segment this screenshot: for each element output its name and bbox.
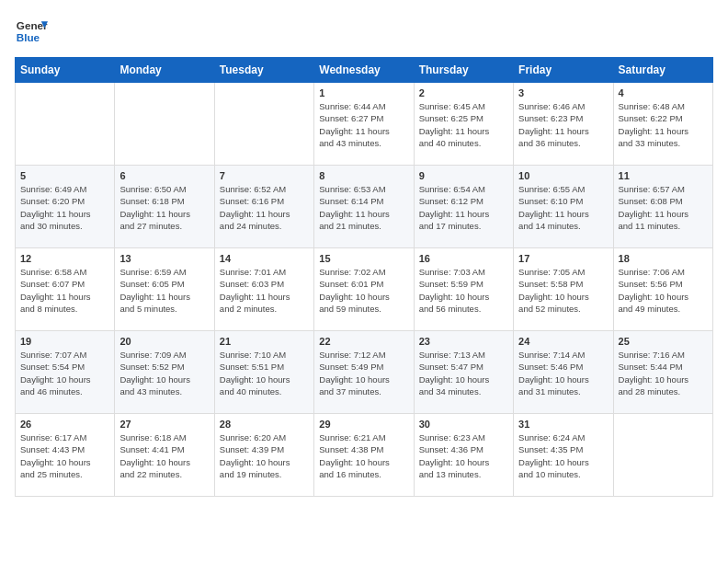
- day-info: Sunrise: 7:07 AM Sunset: 5:54 PM Dayligh…: [20, 349, 109, 397]
- day-info: Sunrise: 7:13 AM Sunset: 5:47 PM Dayligh…: [419, 349, 508, 397]
- day-info: Sunrise: 7:16 AM Sunset: 5:44 PM Dayligh…: [619, 349, 708, 397]
- calendar-cell: [214, 83, 313, 166]
- day-number: 28: [220, 419, 309, 430]
- day-info: Sunrise: 6:59 AM Sunset: 6:05 PM Dayligh…: [119, 266, 209, 315]
- calendar-cell: 23Sunrise: 7:13 AM Sunset: 5:47 PM Dayli…: [414, 331, 513, 414]
- calendar-cell: 26Sunrise: 6:17 AM Sunset: 4:43 PM Dayli…: [16, 414, 115, 497]
- col-header-saturday: Saturday: [613, 58, 712, 83]
- day-number: 16: [419, 253, 508, 264]
- calendar-table: SundayMondayTuesdayWednesdayThursdayFrid…: [15, 57, 713, 497]
- day-number: 11: [619, 170, 708, 181]
- calendar-cell: 27Sunrise: 6:18 AM Sunset: 4:41 PM Dayli…: [115, 414, 214, 497]
- day-info: Sunrise: 6:21 AM Sunset: 4:38 PM Dayligh…: [319, 431, 408, 480]
- calendar-cell: 22Sunrise: 7:12 AM Sunset: 5:49 PM Dayli…: [314, 331, 414, 414]
- calendar-cell: 8Sunrise: 6:53 AM Sunset: 6:14 PM Daylig…: [314, 166, 414, 248]
- calendar-cell: [613, 414, 712, 497]
- day-info: Sunrise: 7:09 AM Sunset: 5:52 PM Dayligh…: [119, 349, 209, 397]
- calendar-cell: 31Sunrise: 6:24 AM Sunset: 4:35 PM Dayli…: [514, 414, 613, 497]
- logo-icon: General Blue: [15, 15, 48, 48]
- col-header-thursday: Thursday: [414, 58, 513, 83]
- col-header-monday: Monday: [115, 58, 214, 83]
- calendar-cell: 9Sunrise: 6:54 AM Sunset: 6:12 PM Daylig…: [414, 166, 513, 248]
- day-info: Sunrise: 6:24 AM Sunset: 4:35 PM Dayligh…: [518, 431, 608, 480]
- day-number: 15: [319, 253, 408, 264]
- day-info: Sunrise: 7:12 AM Sunset: 5:49 PM Dayligh…: [319, 349, 408, 397]
- calendar-header-row: SundayMondayTuesdayWednesdayThursdayFrid…: [16, 58, 713, 83]
- calendar-cell: 16Sunrise: 7:03 AM Sunset: 5:59 PM Dayli…: [414, 248, 513, 331]
- day-number: 8: [319, 170, 408, 181]
- day-info: Sunrise: 6:54 AM Sunset: 6:12 PM Dayligh…: [419, 183, 508, 232]
- col-header-wednesday: Wednesday: [314, 58, 414, 83]
- day-info: Sunrise: 7:06 AM Sunset: 5:56 PM Dayligh…: [619, 266, 708, 315]
- day-info: Sunrise: 6:44 AM Sunset: 6:27 PM Dayligh…: [319, 100, 408, 149]
- calendar-cell: [16, 83, 115, 166]
- day-number: 18: [619, 253, 708, 264]
- day-number: 27: [119, 419, 209, 430]
- calendar-cell: 7Sunrise: 6:52 AM Sunset: 6:16 PM Daylig…: [214, 166, 313, 248]
- day-number: 3: [518, 87, 608, 98]
- day-number: 5: [20, 170, 109, 181]
- calendar-cell: 20Sunrise: 7:09 AM Sunset: 5:52 PM Dayli…: [115, 331, 214, 414]
- calendar-cell: 21Sunrise: 7:10 AM Sunset: 5:51 PM Dayli…: [214, 331, 313, 414]
- day-number: 21: [220, 336, 309, 347]
- day-info: Sunrise: 6:20 AM Sunset: 4:39 PM Dayligh…: [220, 431, 309, 480]
- day-number: 4: [619, 87, 708, 98]
- calendar-cell: 12Sunrise: 6:58 AM Sunset: 6:07 PM Dayli…: [16, 248, 115, 331]
- day-number: 20: [119, 336, 209, 347]
- day-info: Sunrise: 7:03 AM Sunset: 5:59 PM Dayligh…: [419, 266, 508, 315]
- day-number: 9: [419, 170, 508, 181]
- day-number: 2: [419, 87, 508, 98]
- day-info: Sunrise: 7:10 AM Sunset: 5:51 PM Dayligh…: [220, 349, 309, 397]
- day-info: Sunrise: 6:45 AM Sunset: 6:25 PM Dayligh…: [419, 100, 508, 149]
- day-number: 24: [518, 336, 608, 347]
- week-row-2: 5Sunrise: 6:49 AM Sunset: 6:20 PM Daylig…: [16, 166, 713, 248]
- day-number: 23: [419, 336, 508, 347]
- day-info: Sunrise: 6:48 AM Sunset: 6:22 PM Dayligh…: [619, 100, 708, 149]
- week-row-4: 19Sunrise: 7:07 AM Sunset: 5:54 PM Dayli…: [16, 331, 713, 414]
- week-row-1: 1Sunrise: 6:44 AM Sunset: 6:27 PM Daylig…: [16, 83, 713, 166]
- day-number: 29: [319, 419, 408, 430]
- calendar-cell: 2Sunrise: 6:45 AM Sunset: 6:25 PM Daylig…: [414, 83, 513, 166]
- day-number: 6: [119, 170, 209, 181]
- calendar-cell: 1Sunrise: 6:44 AM Sunset: 6:27 PM Daylig…: [314, 83, 414, 166]
- day-number: 31: [518, 419, 608, 430]
- col-header-friday: Friday: [514, 58, 613, 83]
- calendar-cell: 5Sunrise: 6:49 AM Sunset: 6:20 PM Daylig…: [16, 166, 115, 248]
- calendar-cell: 25Sunrise: 7:16 AM Sunset: 5:44 PM Dayli…: [613, 331, 712, 414]
- day-number: 13: [119, 253, 209, 264]
- calendar-cell: 15Sunrise: 7:02 AM Sunset: 6:01 PM Dayli…: [314, 248, 414, 331]
- week-row-5: 26Sunrise: 6:17 AM Sunset: 4:43 PM Dayli…: [16, 414, 713, 497]
- day-info: Sunrise: 6:50 AM Sunset: 6:18 PM Dayligh…: [119, 183, 209, 232]
- calendar-cell: 10Sunrise: 6:55 AM Sunset: 6:10 PM Dayli…: [514, 166, 613, 248]
- calendar-cell: 13Sunrise: 6:59 AM Sunset: 6:05 PM Dayli…: [115, 248, 214, 331]
- day-number: 17: [518, 253, 608, 264]
- day-info: Sunrise: 6:53 AM Sunset: 6:14 PM Dayligh…: [319, 183, 408, 232]
- day-number: 7: [220, 170, 309, 181]
- day-info: Sunrise: 7:02 AM Sunset: 6:01 PM Dayligh…: [319, 266, 408, 315]
- day-info: Sunrise: 6:57 AM Sunset: 6:08 PM Dayligh…: [619, 183, 708, 232]
- logo: General Blue: [15, 15, 48, 48]
- day-info: Sunrise: 6:17 AM Sunset: 4:43 PM Dayligh…: [20, 431, 109, 480]
- day-info: Sunrise: 6:23 AM Sunset: 4:36 PM Dayligh…: [419, 431, 508, 480]
- calendar-cell: 24Sunrise: 7:14 AM Sunset: 5:46 PM Dayli…: [514, 331, 613, 414]
- calendar-cell: 28Sunrise: 6:20 AM Sunset: 4:39 PM Dayli…: [214, 414, 313, 497]
- day-number: 14: [220, 253, 309, 264]
- calendar-cell: [115, 83, 214, 166]
- svg-text:General: General: [17, 19, 48, 31]
- calendar-cell: 19Sunrise: 7:07 AM Sunset: 5:54 PM Dayli…: [16, 331, 115, 414]
- day-number: 22: [319, 336, 408, 347]
- svg-text:Blue: Blue: [17, 31, 40, 43]
- calendar-cell: 3Sunrise: 6:46 AM Sunset: 6:23 PM Daylig…: [514, 83, 613, 166]
- day-info: Sunrise: 6:55 AM Sunset: 6:10 PM Dayligh…: [518, 183, 608, 232]
- day-info: Sunrise: 6:52 AM Sunset: 6:16 PM Dayligh…: [220, 183, 309, 232]
- day-number: 12: [20, 253, 109, 264]
- day-number: 19: [20, 336, 109, 347]
- day-number: 1: [319, 87, 408, 98]
- day-info: Sunrise: 7:01 AM Sunset: 6:03 PM Dayligh…: [220, 266, 309, 315]
- day-number: 26: [20, 419, 109, 430]
- calendar-cell: 14Sunrise: 7:01 AM Sunset: 6:03 PM Dayli…: [214, 248, 313, 331]
- calendar-cell: 4Sunrise: 6:48 AM Sunset: 6:22 PM Daylig…: [613, 83, 712, 166]
- day-number: 30: [419, 419, 508, 430]
- day-info: Sunrise: 6:58 AM Sunset: 6:07 PM Dayligh…: [20, 266, 109, 315]
- day-info: Sunrise: 6:46 AM Sunset: 6:23 PM Dayligh…: [518, 100, 608, 149]
